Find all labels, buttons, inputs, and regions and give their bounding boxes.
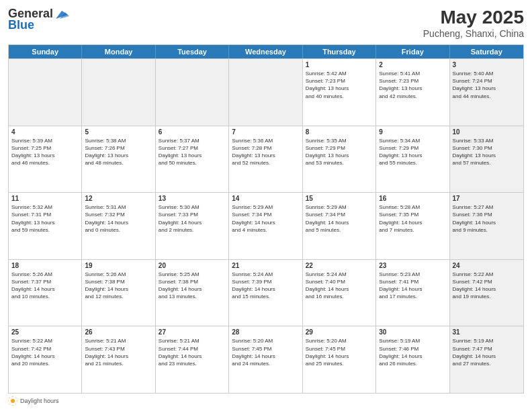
- cal-cell: 24Sunrise: 5:22 AM Sunset: 7:42 PM Dayli…: [450, 260, 523, 326]
- day-number: 19: [85, 262, 152, 269]
- cal-cell: 22Sunrise: 5:24 AM Sunset: 7:40 PM Dayli…: [303, 260, 376, 326]
- cell-info: Sunrise: 5:19 AM Sunset: 7:47 PM Dayligh…: [453, 337, 521, 367]
- logo-text: General Blue: [8, 7, 69, 32]
- cal-cell: 11Sunrise: 5:32 AM Sunset: 7:31 PM Dayli…: [9, 193, 82, 259]
- day-number: 5: [85, 128, 152, 136]
- cal-cell: 5Sunrise: 5:38 AM Sunset: 7:26 PM Daylig…: [82, 126, 155, 193]
- cal-header-cell: Monday: [82, 45, 155, 58]
- sun-icon: [8, 396, 17, 406]
- cell-info: Sunrise: 5:21 AM Sunset: 7:44 PM Dayligh…: [159, 337, 226, 367]
- cell-info: Sunrise: 5:26 AM Sunset: 7:38 PM Dayligh…: [85, 271, 152, 301]
- cell-info: Sunrise: 5:37 AM Sunset: 7:27 PM Dayligh…: [159, 137, 226, 167]
- day-number: 21: [232, 262, 299, 269]
- cell-info: Sunrise: 5:40 AM Sunset: 7:24 PM Dayligh…: [453, 70, 521, 100]
- logo-icon: [54, 9, 69, 20]
- cal-header-cell: Friday: [376, 45, 449, 58]
- cal-cell: 27Sunrise: 5:21 AM Sunset: 7:44 PM Dayli…: [156, 326, 229, 393]
- calendar: SundayMondayTuesdayWednesdayThursdayFrid…: [8, 44, 524, 394]
- cell-info: Sunrise: 5:39 AM Sunset: 7:25 PM Dayligh…: [11, 137, 79, 167]
- calendar-body: 1Sunrise: 5:42 AM Sunset: 7:23 PM Daylig…: [9, 58, 523, 393]
- cal-cell: 10Sunrise: 5:33 AM Sunset: 7:30 PM Dayli…: [450, 126, 523, 193]
- cal-cell: 28Sunrise: 5:20 AM Sunset: 7:45 PM Dayli…: [229, 326, 302, 393]
- cell-info: Sunrise: 5:20 AM Sunset: 7:45 PM Dayligh…: [232, 337, 299, 367]
- logo: General Blue: [8, 7, 69, 32]
- day-number: 2: [379, 61, 446, 68]
- day-number: 25: [11, 328, 79, 336]
- cal-cell: 1Sunrise: 5:42 AM Sunset: 7:23 PM Daylig…: [303, 59, 376, 126]
- svg-line-10: [16, 404, 17, 405]
- day-number: 13: [159, 195, 226, 202]
- cal-cell: 30Sunrise: 5:19 AM Sunset: 7:46 PM Dayli…: [376, 326, 449, 393]
- cal-cell: [229, 59, 302, 126]
- cal-cell: 3Sunrise: 5:40 AM Sunset: 7:24 PM Daylig…: [450, 59, 523, 126]
- cal-cell: 7Sunrise: 5:36 AM Sunset: 7:28 PM Daylig…: [229, 126, 302, 193]
- cell-info: Sunrise: 5:41 AM Sunset: 7:23 PM Dayligh…: [379, 70, 446, 100]
- cal-cell: 2Sunrise: 5:41 AM Sunset: 7:23 PM Daylig…: [376, 59, 449, 126]
- day-number: 22: [306, 262, 373, 269]
- calendar-header: SundayMondayTuesdayWednesdayThursdayFrid…: [9, 45, 523, 58]
- cell-info: Sunrise: 5:19 AM Sunset: 7:46 PM Dayligh…: [379, 337, 446, 367]
- day-number: 7: [232, 128, 299, 136]
- day-number: 31: [453, 328, 521, 336]
- cal-cell: 17Sunrise: 5:27 AM Sunset: 7:36 PM Dayli…: [450, 193, 523, 259]
- cell-info: Sunrise: 5:29 AM Sunset: 7:34 PM Dayligh…: [232, 203, 299, 234]
- day-number: 15: [306, 195, 373, 202]
- page-container: General Blue May 2025 Pucheng, Shanxi, C…: [0, 0, 532, 411]
- cal-cell: 19Sunrise: 5:26 AM Sunset: 7:38 PM Dayli…: [82, 260, 155, 326]
- svg-line-8: [16, 398, 17, 398]
- cell-info: Sunrise: 5:42 AM Sunset: 7:23 PM Dayligh…: [306, 70, 373, 100]
- cal-cell: 12Sunrise: 5:31 AM Sunset: 7:32 PM Dayli…: [82, 193, 155, 259]
- footer-note-text: Daylight hours: [20, 398, 59, 404]
- cal-header-cell: Tuesday: [156, 45, 229, 58]
- cell-info: Sunrise: 5:22 AM Sunset: 7:42 PM Dayligh…: [11, 337, 79, 367]
- month-title: May 2025: [423, 7, 524, 28]
- cell-info: Sunrise: 5:23 AM Sunset: 7:41 PM Dayligh…: [379, 271, 446, 301]
- cell-info: Sunrise: 5:30 AM Sunset: 7:33 PM Dayligh…: [159, 203, 226, 234]
- cal-row: 4Sunrise: 5:39 AM Sunset: 7:25 PM Daylig…: [9, 126, 523, 193]
- logo-blue: Blue: [8, 18, 34, 32]
- cal-cell: 20Sunrise: 5:25 AM Sunset: 7:38 PM Dayli…: [156, 260, 229, 326]
- cell-info: Sunrise: 5:32 AM Sunset: 7:31 PM Dayligh…: [11, 203, 79, 234]
- page-header: General Blue May 2025 Pucheng, Shanxi, C…: [8, 7, 524, 39]
- cal-cell: 31Sunrise: 5:19 AM Sunset: 7:47 PM Dayli…: [450, 326, 523, 393]
- cal-cell: [82, 59, 155, 126]
- day-number: 20: [159, 262, 226, 269]
- cell-info: Sunrise: 5:29 AM Sunset: 7:34 PM Dayligh…: [306, 203, 373, 234]
- day-number: 23: [379, 262, 446, 269]
- cell-info: Sunrise: 5:34 AM Sunset: 7:29 PM Dayligh…: [379, 137, 446, 167]
- cell-info: Sunrise: 5:33 AM Sunset: 7:30 PM Dayligh…: [453, 137, 521, 167]
- cal-cell: 6Sunrise: 5:37 AM Sunset: 7:27 PM Daylig…: [156, 126, 229, 193]
- title-block: May 2025 Pucheng, Shanxi, China: [423, 7, 524, 39]
- svg-line-7: [9, 398, 10, 398]
- day-number: 30: [379, 328, 446, 336]
- svg-point-2: [11, 399, 15, 403]
- cal-row: 11Sunrise: 5:32 AM Sunset: 7:31 PM Dayli…: [9, 192, 523, 259]
- footer: Daylight hours: [8, 396, 524, 406]
- svg-line-9: [9, 404, 10, 405]
- day-number: 4: [11, 128, 79, 136]
- cell-info: Sunrise: 5:28 AM Sunset: 7:35 PM Dayligh…: [379, 203, 446, 234]
- cal-cell: 13Sunrise: 5:30 AM Sunset: 7:33 PM Dayli…: [156, 193, 229, 259]
- cal-row: 25Sunrise: 5:22 AM Sunset: 7:42 PM Dayli…: [9, 326, 523, 393]
- location-title: Pucheng, Shanxi, China: [423, 28, 524, 39]
- day-number: 17: [453, 195, 521, 202]
- day-number: 8: [306, 128, 373, 136]
- day-number: 28: [232, 328, 299, 336]
- cal-cell: 18Sunrise: 5:26 AM Sunset: 7:37 PM Dayli…: [9, 260, 82, 326]
- day-number: 26: [85, 328, 152, 336]
- day-number: 18: [11, 262, 79, 269]
- cell-info: Sunrise: 5:25 AM Sunset: 7:38 PM Dayligh…: [159, 271, 226, 301]
- cal-cell: 14Sunrise: 5:29 AM Sunset: 7:34 PM Dayli…: [229, 193, 302, 259]
- day-number: 14: [232, 195, 299, 202]
- day-number: 6: [159, 128, 226, 136]
- cal-header-cell: Saturday: [450, 45, 523, 58]
- cal-cell: [156, 59, 229, 126]
- day-number: 12: [85, 195, 152, 202]
- cell-info: Sunrise: 5:26 AM Sunset: 7:37 PM Dayligh…: [11, 271, 79, 301]
- cal-row: 1Sunrise: 5:42 AM Sunset: 7:23 PM Daylig…: [9, 58, 523, 126]
- day-number: 24: [453, 262, 521, 269]
- cal-row: 18Sunrise: 5:26 AM Sunset: 7:37 PM Dayli…: [9, 259, 523, 326]
- cell-info: Sunrise: 5:24 AM Sunset: 7:40 PM Dayligh…: [306, 271, 373, 301]
- day-number: 11: [11, 195, 79, 202]
- cell-info: Sunrise: 5:27 AM Sunset: 7:36 PM Dayligh…: [453, 203, 521, 234]
